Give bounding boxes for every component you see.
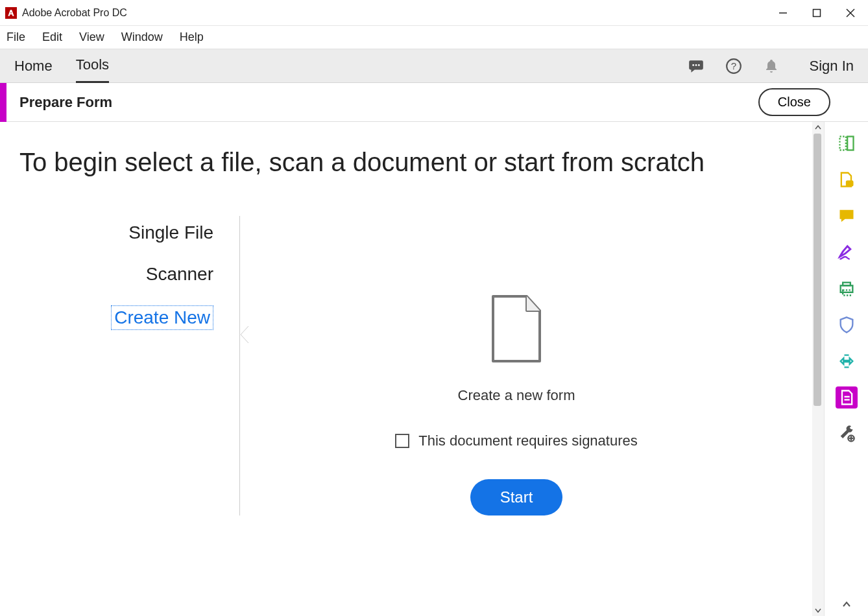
window-titlebar: Adobe Acrobat Pro DC (0, 0, 868, 26)
close-window-button[interactable] (845, 7, 856, 19)
headline: To begin select a file, scan a document … (19, 148, 793, 177)
workspace: To begin select a file, scan a document … (0, 122, 868, 616)
start-button[interactable]: Start (470, 479, 563, 515)
main-content: To begin select a file, scan a document … (0, 122, 812, 616)
vertical-scrollbar[interactable] (812, 122, 824, 616)
protect-icon[interactable] (836, 314, 858, 336)
context-title: Prepare Form (19, 94, 758, 111)
svg-point-5 (695, 64, 697, 65)
close-button[interactable]: Close (758, 88, 830, 116)
menu-view[interactable]: View (79, 30, 104, 44)
svg-rect-1 (814, 9, 821, 16)
tab-tools[interactable]: Tools (76, 49, 109, 83)
svg-rect-11 (845, 180, 853, 186)
signature-checkbox[interactable] (395, 434, 409, 448)
bell-icon[interactable] (762, 56, 781, 76)
print-production-icon[interactable] (836, 278, 858, 300)
svg-rect-13 (843, 283, 850, 286)
document-icon (487, 294, 546, 368)
menu-edit[interactable]: Edit (42, 30, 62, 44)
menu-file[interactable]: File (6, 30, 25, 44)
menu-bar: File Edit View Window Help (0, 26, 868, 49)
rail-collapse-icon[interactable] (842, 600, 851, 616)
option-single-file[interactable]: Single File (19, 222, 213, 243)
chat-icon[interactable] (686, 56, 706, 76)
menu-help[interactable]: Help (180, 30, 204, 44)
detail-caption: Create a new form (458, 387, 575, 404)
context-bar: Prepare Form Close (0, 83, 868, 122)
option-create-new[interactable]: Create New (111, 305, 213, 330)
scroll-down-arrow-icon[interactable] (812, 604, 824, 616)
svg-rect-9 (839, 137, 845, 150)
top-nav: Home Tools ? Sign In (0, 49, 868, 83)
signature-row: This document requires signatures (395, 432, 638, 449)
sign-in-link[interactable]: Sign In (810, 58, 854, 75)
scroll-track[interactable] (812, 134, 824, 604)
tab-home[interactable]: Home (14, 50, 53, 82)
source-option-list: Single File Scanner Create New (19, 216, 240, 515)
svg-point-6 (697, 64, 699, 65)
signature-label: This document requires signatures (418, 432, 638, 449)
comment-icon[interactable] (836, 205, 858, 227)
tool-rail (824, 122, 868, 616)
maximize-button[interactable] (811, 7, 823, 19)
svg-text:?: ? (730, 60, 736, 71)
selection-notch-icon (239, 326, 248, 343)
compare-files-icon[interactable] (836, 132, 858, 154)
scroll-thumb[interactable] (814, 134, 821, 406)
window-title: Adobe Acrobat Pro DC (22, 7, 777, 19)
more-tools-icon[interactable] (836, 423, 858, 445)
prepare-form-icon[interactable] (836, 386, 858, 409)
window-controls (777, 7, 863, 19)
svg-point-4 (692, 64, 694, 65)
app-icon (5, 7, 17, 19)
help-icon[interactable]: ? (724, 56, 743, 76)
export-pdf-icon[interactable] (836, 169, 858, 191)
option-detail: Create a new form This document requires… (240, 216, 793, 515)
context-accent (0, 83, 6, 122)
minimize-button[interactable] (777, 7, 789, 19)
svg-rect-10 (847, 137, 853, 150)
option-scanner[interactable]: Scanner (19, 264, 213, 285)
optimize-pdf-icon[interactable] (836, 350, 858, 372)
scroll-up-arrow-icon[interactable] (812, 122, 824, 134)
menu-window[interactable]: Window (121, 30, 163, 44)
fill-sign-icon[interactable] (836, 241, 858, 263)
